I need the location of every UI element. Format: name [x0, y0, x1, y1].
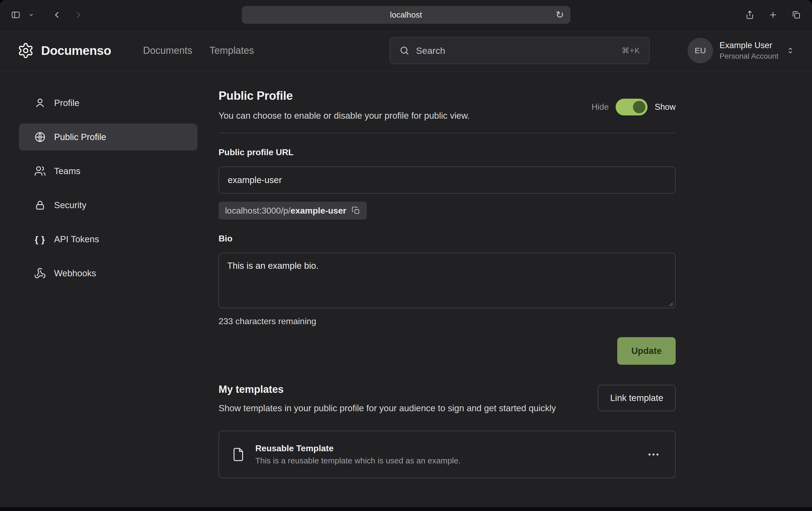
link-template-button[interactable]: Link template — [598, 385, 676, 411]
profile-link-copy-chip[interactable]: localhost:3000/p/example-user — [219, 202, 367, 219]
sidebar-item-public-profile[interactable]: Public Profile — [19, 124, 198, 151]
bio-label: Bio — [219, 234, 676, 244]
user-icon — [34, 97, 46, 109]
chrome-center: localhost ↻ — [176, 6, 636, 24]
profile-url-input[interactable] — [219, 167, 676, 193]
users-icon — [34, 165, 46, 177]
page-head: Public Profile You can choose to enable … — [219, 89, 676, 121]
lock-icon — [34, 199, 46, 211]
sidebar-item-label: API Tokens — [54, 234, 99, 244]
chevrons-up-down-icon — [786, 46, 795, 55]
page-subtitle: You can choose to enable or disable your… — [219, 111, 470, 121]
profile-url-label: Public profile URL — [219, 147, 676, 157]
globe-icon — [34, 131, 46, 143]
browser-chrome: localhost ↻ — [0, 0, 812, 30]
chevron-down-icon — [28, 12, 34, 18]
section-divider — [219, 133, 676, 133]
share-button[interactable] — [742, 7, 757, 23]
template-card-description: This is a reusable template which is use… — [255, 456, 461, 465]
page-title: Public Profile — [219, 89, 470, 102]
sidebar-item-security[interactable]: Security — [19, 192, 198, 219]
app-header: Documenso Documents Templates ⌘+K EU Exa… — [0, 30, 812, 72]
public-profile-settings: Public Profile You can choose to enable … — [219, 89, 676, 478]
visibility-toggle-group: Hide Show — [591, 99, 676, 116]
search-input[interactable] — [416, 46, 615, 56]
user-name: Example User — [720, 40, 779, 50]
chevron-right-icon — [74, 10, 83, 20]
nav-item-documents[interactable]: Documents — [143, 45, 192, 56]
profile-link-text: localhost:3000/p/example-user — [225, 206, 346, 216]
tabs-overview-button[interactable] — [789, 7, 804, 23]
share-icon — [745, 10, 755, 20]
update-button[interactable]: Update — [617, 337, 676, 365]
bio-textarea-wrap: This is an example bio. — [219, 253, 676, 309]
sidebar-item-label: Security — [54, 200, 86, 210]
brand-link[interactable]: Documenso — [17, 42, 111, 59]
chrome-right-controls — [636, 7, 804, 23]
copy-icon[interactable] — [352, 206, 360, 215]
sidebar-item-webhooks[interactable]: Webhooks — [19, 260, 198, 287]
sidebar-item-api-tokens[interactable]: { } API Tokens — [19, 226, 198, 253]
url-text: localhost — [390, 10, 422, 20]
toggle-show-label: Show — [655, 102, 676, 112]
new-tab-button[interactable] — [765, 7, 781, 23]
template-card: Reusable Template This is a reusable tem… — [219, 431, 676, 478]
user-account-type: Personal Account — [720, 52, 779, 61]
browser-window: localhost ↻ Documenso Documents Tem — [0, 0, 812, 511]
nav-item-templates[interactable]: Templates — [210, 45, 254, 56]
main-panel: Public Profile You can choose to enable … — [201, 72, 812, 511]
sidebar-item-label: Teams — [54, 166, 80, 176]
my-templates-description: Show templates in your public profile fo… — [219, 402, 556, 415]
tab-overview-chevron-button[interactable] — [25, 9, 37, 21]
webhook-icon — [34, 267, 46, 279]
sidebar-item-label: Webhooks — [54, 268, 96, 278]
ellipsis-icon — [647, 451, 660, 458]
app-body: Profile Public Profile Teams Security — [0, 72, 812, 511]
documenso-logo-icon — [17, 42, 34, 59]
avatar: EU — [688, 38, 713, 63]
more-options-button[interactable] — [644, 448, 663, 461]
address-bar[interactable]: localhost ↻ — [242, 6, 571, 24]
my-templates-head-text: My templates Show templates in your publ… — [219, 384, 556, 415]
search-box[interactable]: ⌘+K — [389, 37, 650, 64]
toggle-hide-label: Hide — [591, 102, 609, 112]
page-head-text: Public Profile You can choose to enable … — [219, 89, 470, 121]
plus-icon — [768, 10, 778, 20]
tabs-icon — [791, 10, 801, 20]
search-shortcut: ⌘+K — [621, 46, 640, 55]
back-button[interactable] — [50, 7, 64, 22]
reload-icon[interactable]: ↻ — [556, 10, 564, 20]
user-text: Example User Personal Account — [720, 40, 779, 61]
template-card-title: Reusable Template — [255, 443, 461, 453]
top-nav: Documents Templates — [143, 45, 254, 56]
my-templates-title: My templates — [219, 384, 556, 395]
profile-visibility-toggle[interactable] — [616, 99, 647, 116]
search-icon — [399, 46, 409, 56]
bio-textarea[interactable]: This is an example bio. — [219, 253, 676, 308]
braces-icon: { } — [34, 234, 46, 245]
sidebar-item-teams[interactable]: Teams — [19, 158, 198, 185]
resize-handle[interactable] — [669, 302, 673, 307]
template-card-text: Reusable Template This is a reusable tem… — [255, 443, 461, 465]
sidebar-toggle-button[interactable] — [8, 7, 23, 23]
my-templates-head: My templates Show templates in your publ… — [219, 384, 676, 415]
user-menu[interactable]: EU Example User Personal Account — [688, 38, 795, 63]
brand-name: Documenso — [41, 43, 111, 58]
sidebar-item-profile[interactable]: Profile — [19, 90, 198, 117]
sidebar-item-label: Public Profile — [54, 132, 106, 142]
characters-remaining: 233 characters remaining — [219, 316, 676, 326]
toggle-knob — [633, 101, 645, 113]
settings-sidebar: Profile Public Profile Teams Security — [0, 72, 201, 511]
chrome-left-controls — [8, 7, 176, 23]
forward-button[interactable] — [71, 7, 85, 22]
chevron-left-icon — [53, 10, 62, 20]
file-icon — [231, 446, 245, 463]
window-bottom-edge — [0, 507, 812, 511]
update-row: Update — [219, 337, 676, 365]
sidebar-panel-icon — [11, 10, 21, 20]
sidebar-item-label: Profile — [54, 98, 80, 108]
